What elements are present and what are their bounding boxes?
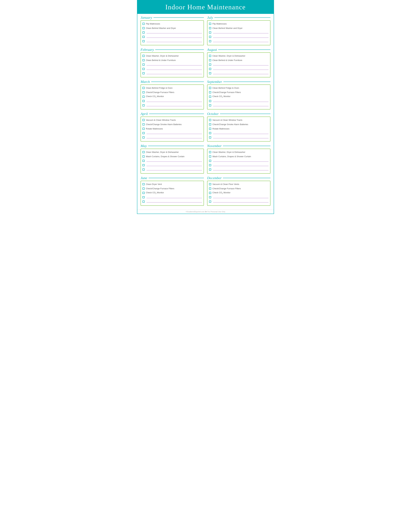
blank-checkbox[interactable] (209, 164, 211, 166)
task-row: Check/Change Furnace Filters (209, 90, 269, 94)
checkbox[interactable] (209, 183, 211, 185)
blank-checkbox[interactable] (142, 136, 145, 139)
month-section-january: JanuaryFlip MattressesClean Behind Washe… (140, 16, 204, 45)
checkbox[interactable] (142, 91, 145, 93)
blank-checkbox[interactable] (209, 196, 211, 198)
month-header-july: July (207, 16, 271, 20)
task-row: Rotate Mattresses (209, 127, 269, 130)
blank-checkbox[interactable] (209, 68, 211, 70)
blank-checkbox[interactable] (142, 104, 145, 106)
blank-checkbox[interactable] (209, 132, 211, 134)
checkbox[interactable] (142, 155, 145, 158)
checkbox[interactable] (142, 55, 145, 57)
checkbox[interactable] (209, 55, 211, 57)
task-text: Flip Mattresses (212, 23, 227, 25)
blank-checkbox[interactable] (209, 36, 211, 38)
task-text: Check CO2 Monitor (212, 95, 231, 98)
blank-checkbox[interactable] (142, 100, 145, 102)
task-row: Wash Curtains, Drapes & Shower Curtain (142, 155, 202, 158)
checkbox[interactable] (142, 23, 145, 25)
blank-checkbox[interactable] (209, 64, 211, 66)
month-line (155, 49, 204, 50)
checkbox[interactable] (209, 119, 211, 121)
blank-checkbox[interactable] (142, 68, 145, 70)
blank-row (142, 163, 202, 167)
blank-checkbox[interactable] (142, 169, 145, 171)
month-section-december: DecemberVacuum & Clean Floor VentsCheck/… (207, 176, 271, 206)
checkbox[interactable] (209, 192, 211, 194)
blank-checkbox[interactable] (209, 40, 211, 42)
checkbox[interactable] (142, 128, 145, 130)
checkbox[interactable] (209, 151, 211, 153)
month-header-september: September (207, 80, 271, 84)
task-row: Flip Mattresses (209, 22, 269, 26)
blank-checkbox[interactable] (209, 160, 211, 162)
month-name: April (140, 112, 148, 116)
blank-checkbox[interactable] (142, 72, 145, 74)
checkbox[interactable] (209, 188, 211, 190)
checkbox[interactable] (142, 27, 145, 29)
month-header-january: January (140, 16, 204, 20)
task-row: Wash Curtains, Drapes & Shower Curtain (209, 155, 269, 158)
blank-row (142, 31, 202, 34)
blank-checkbox[interactable] (209, 31, 211, 34)
task-text: Wash Curtains, Drapes & Shower Curtain (146, 155, 184, 158)
checkbox[interactable] (142, 192, 145, 194)
blank-checkbox[interactable] (209, 104, 211, 106)
checkbox[interactable] (209, 59, 211, 61)
checkbox[interactable] (209, 155, 211, 158)
month-line (218, 49, 271, 50)
checkbox[interactable] (209, 91, 211, 93)
footer: ©ScatteredSquirrel.com 🐿 For Personal Us… (137, 209, 274, 214)
checkbox[interactable] (209, 23, 211, 25)
blank-checkbox[interactable] (209, 169, 211, 171)
checkbox[interactable] (209, 95, 211, 98)
checkbox[interactable] (142, 151, 145, 153)
checkbox[interactable] (209, 123, 211, 125)
blank-checkbox[interactable] (209, 200, 211, 203)
task-row: Vacuum & Clean Window Tracts (142, 118, 202, 122)
blank-checkbox[interactable] (142, 64, 145, 66)
blank-checkbox[interactable] (142, 36, 145, 38)
month-box: Vacuum & Clean Window TractsCheck/Change… (207, 116, 271, 142)
month-name: January (140, 16, 152, 20)
blank-checkbox[interactable] (142, 164, 145, 166)
blank-checkbox[interactable] (209, 72, 211, 74)
blank-checkbox[interactable] (209, 100, 211, 102)
blank-checkbox[interactable] (142, 196, 145, 198)
month-header-june: June (140, 176, 204, 180)
checkbox[interactable] (142, 95, 145, 98)
task-text: Check/Change Smoke Alarm Batteries (146, 123, 182, 126)
checkbox[interactable] (142, 183, 145, 185)
blank-underline (213, 70, 269, 70)
checkbox[interactable] (209, 27, 211, 29)
month-line (223, 82, 271, 82)
checkbox[interactable] (142, 59, 145, 61)
month-box: Clean Washer, Dryer & DishwasherWash Cur… (207, 149, 271, 174)
blank-row (209, 136, 269, 139)
month-line (149, 178, 204, 178)
month-header-august: August (207, 48, 271, 52)
checkbox[interactable] (142, 123, 145, 125)
month-box: Flip MattressesClean Behind Washer and D… (140, 20, 204, 45)
checkbox[interactable] (142, 188, 145, 190)
checkbox[interactable] (142, 119, 145, 121)
task-row: Clean Washer, Dryer & Dishwasher (142, 150, 202, 154)
checkbox[interactable] (142, 87, 145, 89)
blank-checkbox[interactable] (209, 136, 211, 139)
task-row: Clean Behind & Under Furniture (142, 58, 202, 62)
month-box: Vacuum & Clean Window TractsCheck/Change… (140, 116, 204, 142)
blank-checkbox[interactable] (142, 132, 145, 134)
blank-underline (147, 42, 202, 42)
months-grid: JanuaryFlip MattressesClean Behind Washe… (137, 14, 274, 209)
blank-underline (213, 33, 269, 33)
blank-underline (147, 134, 202, 134)
checkbox[interactable] (209, 87, 211, 89)
month-box: Clean Dryer VentCheck/Change Furnace Fil… (140, 181, 204, 206)
blank-checkbox[interactable] (142, 160, 145, 162)
blank-underline (213, 42, 269, 42)
blank-checkbox[interactable] (142, 200, 145, 203)
blank-checkbox[interactable] (142, 40, 145, 42)
checkbox[interactable] (209, 128, 211, 130)
blank-checkbox[interactable] (142, 31, 145, 34)
